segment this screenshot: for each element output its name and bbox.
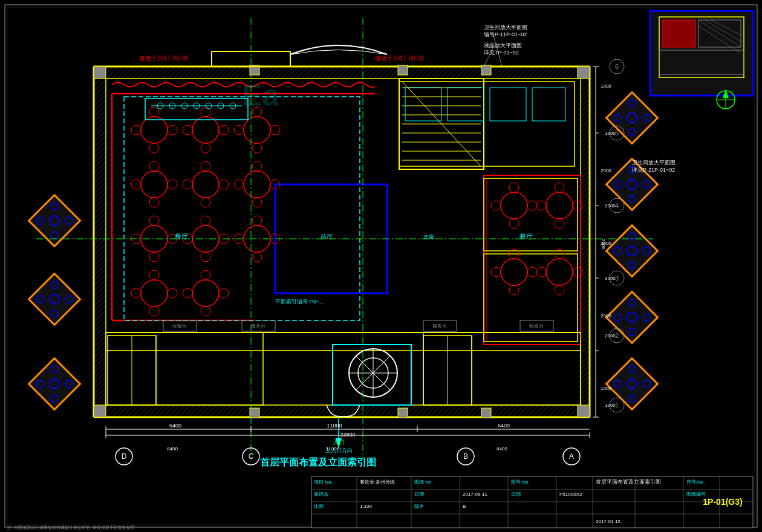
svg-text:谢诗杰: 谢诗杰 [314,491,328,497]
svg-text:收银台: 收银台 [172,323,187,329]
svg-text:卫生间放大平面图: 卫生间放大平面图 [632,160,676,166]
svg-text:6400: 6400 [497,446,507,452]
svg-text:5: 5 [615,129,619,137]
svg-text:23800: 23800 [340,432,355,438]
svg-rect-262 [578,66,590,417]
svg-text:B: B [463,452,468,461]
svg-text:1000: 1000 [605,131,616,136]
svg-text:2017-06-11: 2017-06-11 [463,491,487,497]
svg-text:2000: 2000 [601,313,611,319]
svg-text:11000: 11000 [327,423,342,429]
svg-text:编号P-11P-01~02: 编号P-11P-01~02 [484,31,527,37]
svg-text:餐厅: 餐厅 [175,233,188,240]
ea-watermark: Ea [242,79,279,112]
svg-rect-322 [250,408,259,418]
svg-text:图纸编号: 图纸编号 [686,491,706,497]
svg-text:版本: 版本 [414,504,424,509]
svg-rect-214 [662,20,695,47]
svg-rect-324 [398,408,408,418]
svg-text:6400: 6400 [498,423,510,429]
svg-rect-323 [398,65,408,75]
svg-text:2000: 2000 [605,203,616,209]
svg-text:入口: 入口 [333,439,345,446]
svg-text:餐饮业·多州传统: 餐饮业·多州传统 [360,479,395,485]
svg-text:11000: 11000 [326,446,340,452]
svg-text:前厅: 前厅 [321,233,333,240]
svg-text:2: 2 [615,332,619,339]
svg-text:图号 No.: 图号 No. [511,479,530,485]
svg-text:D: D [122,452,127,461]
svg-text:6: 6 [615,63,619,70]
svg-text:收银台: 收银台 [529,323,544,329]
svg-rect-320 [578,405,590,417]
svg-text:图纸 No.: 图纸 No. [414,479,433,485]
svg-text:首层平面布置及立面索引图: 首层平面布置及立面索引图 [596,479,661,485]
svg-text:2000: 2000 [605,333,616,339]
svg-text:2000: 2000 [601,241,611,246]
svg-text:日期: 日期 [414,491,424,497]
svg-text:P51000X2: P51000X2 [559,491,582,497]
svg-rect-263 [94,66,590,79]
svg-text:服务台: 服务台 [251,323,265,329]
svg-text:走廊: 走廊 [423,234,434,240]
svg-text:修改于2017-06-30: 修改于2017-06-30 [375,55,425,62]
svg-text:6400: 6400 [169,423,181,429]
svg-text:1:100: 1:100 [360,504,373,509]
drawing-title: 首层平面布置及立面索引图 [260,456,376,467]
svg-rect-325 [481,65,491,75]
svg-text:2017-01-15: 2017-01-15 [596,519,620,524]
svg-text:服务台: 服务台 [432,323,447,329]
svg-text:1000: 1000 [601,386,611,391]
svg-rect-317 [94,66,106,79]
svg-text:卫生间放大平面图: 卫生间放大平面图 [484,24,527,30]
cad-drawing: D C B A 1 2 3 4 5 6 [0,0,762,532]
svg-text:修改于2017-06-30: 修改于2017-06-30 [139,55,189,62]
svg-text:1000: 1000 [601,83,611,89]
svg-text:1000: 1000 [605,403,616,408]
svg-text:1: 1 [615,401,619,409]
svg-rect-0 [0,0,762,532]
svg-text:比例: 比例 [314,504,324,509]
svg-text:序号/No.: 序号/No. [686,479,705,485]
svg-text:3: 3 [615,274,619,282]
drawing-number: 1P-01(G3) [703,497,742,507]
svg-text:A: A [569,452,574,461]
svg-text:2000: 2000 [605,276,616,281]
svg-text:日期: 日期 [511,491,521,497]
main-canvas: D C B A 1 2 3 4 5 6 [0,0,762,532]
svg-rect-319 [94,405,106,417]
svg-text:4: 4 [615,202,619,209]
svg-text:详见TP-01~02: 详见TP-01~02 [484,50,519,56]
svg-rect-264 [94,405,590,417]
svg-text:项目 No.: 项目 No. [314,479,333,485]
svg-rect-326 [481,408,491,418]
svg-text:2000: 2000 [601,168,611,174]
svg-text:液晶放大平面图: 液晶放大平面图 [484,42,522,48]
svg-text:B: B [463,504,466,509]
svg-text:平面索引编号 P3~...: 平面索引编号 P3~... [275,299,324,305]
svg-text:C: C [249,452,254,461]
svg-rect-318 [578,66,590,79]
svg-text:6400: 6400 [167,446,178,452]
svg-text:注: 本图纸及设计成果版权归属设计单位所有, 未经授权不得复: 注: 本图纸及设计成果版权归属设计单位所有, 未经授权不得复制使用 [7,525,135,530]
svg-text:餐厅: 餐厅 [519,233,533,240]
svg-text:详见P-21P-01~02: 详见P-21P-01~02 [632,167,675,173]
svg-rect-261 [94,66,106,417]
